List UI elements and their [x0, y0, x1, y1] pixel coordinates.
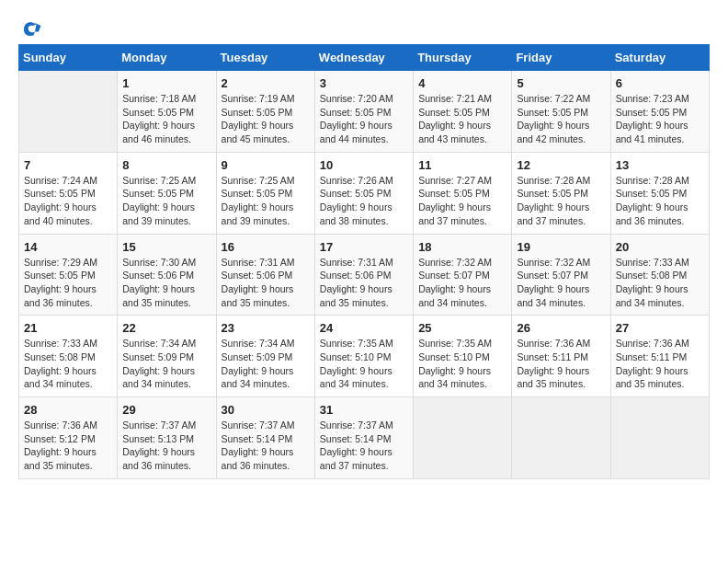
day-number: 24: [320, 321, 408, 335]
calendar-page: SundayMondayTuesdayWednesdayThursdayFrid…: [18, 18, 710, 479]
calendar-cell: 7Sunrise: 7:24 AMSunset: 5:05 PMDaylight…: [19, 152, 118, 234]
week-row-3: 21Sunrise: 7:33 AMSunset: 5:08 PMDayligh…: [19, 316, 710, 397]
calendar-cell: 12Sunrise: 7:28 AMSunset: 5:05 PMDayligh…: [512, 152, 610, 234]
weekday-header-saturday: Saturday: [610, 45, 709, 71]
calendar-cell: 8Sunrise: 7:25 AMSunset: 5:05 PMDaylight…: [118, 152, 216, 234]
day-number: 29: [122, 403, 210, 417]
weekday-header-tuesday: Tuesday: [216, 45, 314, 71]
calendar-cell: 22Sunrise: 7:34 AMSunset: 5:09 PMDayligh…: [118, 316, 216, 397]
day-info: Sunrise: 7:37 AMSunset: 5:13 PMDaylight:…: [122, 419, 210, 473]
day-number: 22: [122, 321, 210, 335]
day-number: 19: [517, 240, 605, 254]
calendar-cell: 29Sunrise: 7:37 AMSunset: 5:13 PMDayligh…: [118, 397, 216, 479]
calendar-cell: [414, 397, 512, 479]
calendar-cell: 25Sunrise: 7:35 AMSunset: 5:10 PMDayligh…: [414, 316, 512, 397]
day-info: Sunrise: 7:23 AMSunset: 5:05 PMDaylight:…: [616, 92, 704, 146]
calendar-cell: 5Sunrise: 7:22 AMSunset: 5:05 PMDaylight…: [512, 71, 610, 153]
calendar-cell: 26Sunrise: 7:36 AMSunset: 5:11 PMDayligh…: [512, 316, 610, 397]
day-number: 4: [418, 76, 506, 90]
day-number: 12: [517, 158, 605, 172]
day-number: 21: [24, 321, 112, 335]
calendar-cell: 23Sunrise: 7:34 AMSunset: 5:09 PMDayligh…: [216, 316, 314, 397]
calendar-cell: 16Sunrise: 7:31 AMSunset: 5:06 PMDayligh…: [216, 234, 314, 316]
day-number: 11: [418, 158, 506, 172]
day-info: Sunrise: 7:28 AMSunset: 5:05 PMDaylight:…: [616, 174, 704, 228]
day-number: 2: [222, 76, 310, 90]
day-number: 18: [418, 240, 506, 254]
day-info: Sunrise: 7:32 AMSunset: 5:07 PMDaylight:…: [517, 256, 605, 310]
weekday-header-sunday: Sunday: [19, 45, 118, 71]
day-info: Sunrise: 7:28 AMSunset: 5:05 PMDaylight:…: [517, 174, 605, 228]
day-number: 9: [222, 158, 310, 172]
week-row-0: 1Sunrise: 7:18 AMSunset: 5:05 PMDaylight…: [19, 71, 710, 153]
calendar-cell: 6Sunrise: 7:23 AMSunset: 5:05 PMDaylight…: [610, 71, 709, 153]
day-info: Sunrise: 7:34 AMSunset: 5:09 PMDaylight:…: [122, 337, 210, 391]
calendar-cell: 10Sunrise: 7:26 AMSunset: 5:05 PMDayligh…: [314, 152, 413, 234]
day-number: 7: [24, 158, 112, 172]
day-info: Sunrise: 7:36 AMSunset: 5:12 PMDaylight:…: [24, 419, 112, 473]
day-info: Sunrise: 7:24 AMSunset: 5:05 PMDaylight:…: [24, 174, 112, 228]
day-info: Sunrise: 7:36 AMSunset: 5:11 PMDaylight:…: [616, 337, 704, 391]
day-info: Sunrise: 7:31 AMSunset: 5:06 PMDaylight:…: [320, 256, 408, 310]
day-info: Sunrise: 7:21 AMSunset: 5:05 PMDaylight:…: [418, 92, 506, 146]
day-number: 23: [222, 321, 310, 335]
week-row-2: 14Sunrise: 7:29 AMSunset: 5:05 PMDayligh…: [19, 234, 710, 316]
day-number: 6: [616, 76, 704, 90]
day-number: 27: [616, 321, 704, 335]
day-number: 13: [616, 158, 704, 172]
day-info: Sunrise: 7:33 AMSunset: 5:08 PMDaylight:…: [24, 337, 112, 391]
day-info: Sunrise: 7:30 AMSunset: 5:06 PMDaylight:…: [122, 256, 210, 310]
day-info: Sunrise: 7:37 AMSunset: 5:14 PMDaylight:…: [222, 419, 310, 473]
calendar-cell: 1Sunrise: 7:18 AMSunset: 5:05 PMDaylight…: [118, 71, 216, 153]
day-number: 31: [320, 403, 408, 417]
weekday-header-monday: Monday: [118, 45, 216, 71]
calendar-cell: [512, 397, 610, 479]
calendar-cell: [19, 71, 118, 153]
calendar-cell: 2Sunrise: 7:19 AMSunset: 5:05 PMDaylight…: [216, 71, 314, 153]
calendar-table: SundayMondayTuesdayWednesdayThursdayFrid…: [18, 44, 710, 479]
day-info: Sunrise: 7:25 AMSunset: 5:05 PMDaylight:…: [222, 174, 310, 228]
day-number: 5: [517, 76, 605, 90]
day-info: Sunrise: 7:37 AMSunset: 5:14 PMDaylight:…: [320, 419, 408, 473]
day-number: 20: [616, 240, 704, 254]
day-number: 25: [418, 321, 506, 335]
calendar-cell: 24Sunrise: 7:35 AMSunset: 5:10 PMDayligh…: [314, 316, 413, 397]
calendar-cell: 18Sunrise: 7:32 AMSunset: 5:07 PMDayligh…: [414, 234, 512, 316]
header: [18, 18, 710, 40]
week-row-4: 28Sunrise: 7:36 AMSunset: 5:12 PMDayligh…: [19, 397, 710, 479]
day-number: 15: [122, 240, 210, 254]
day-info: Sunrise: 7:27 AMSunset: 5:05 PMDaylight:…: [418, 174, 506, 228]
day-info: Sunrise: 7:32 AMSunset: 5:07 PMDaylight:…: [418, 256, 506, 310]
calendar-cell: 4Sunrise: 7:21 AMSunset: 5:05 PMDaylight…: [414, 71, 512, 153]
day-info: Sunrise: 7:29 AMSunset: 5:05 PMDaylight:…: [24, 256, 112, 310]
calendar-cell: 31Sunrise: 7:37 AMSunset: 5:14 PMDayligh…: [314, 397, 413, 479]
day-number: 8: [122, 158, 210, 172]
day-info: Sunrise: 7:18 AMSunset: 5:05 PMDaylight:…: [122, 92, 210, 146]
week-row-1: 7Sunrise: 7:24 AMSunset: 5:05 PMDaylight…: [19, 152, 710, 234]
day-number: 26: [517, 321, 605, 335]
day-info: Sunrise: 7:35 AMSunset: 5:10 PMDaylight:…: [320, 337, 408, 391]
day-number: 14: [24, 240, 112, 254]
calendar-cell: 28Sunrise: 7:36 AMSunset: 5:12 PMDayligh…: [19, 397, 118, 479]
calendar-cell: 27Sunrise: 7:36 AMSunset: 5:11 PMDayligh…: [610, 316, 709, 397]
day-number: 16: [222, 240, 310, 254]
calendar-cell: 3Sunrise: 7:20 AMSunset: 5:05 PMDaylight…: [314, 71, 413, 153]
day-number: 30: [222, 403, 310, 417]
calendar-cell: 17Sunrise: 7:31 AMSunset: 5:06 PMDayligh…: [314, 234, 413, 316]
day-info: Sunrise: 7:33 AMSunset: 5:08 PMDaylight:…: [616, 256, 704, 310]
day-number: 17: [320, 240, 408, 254]
day-info: Sunrise: 7:34 AMSunset: 5:09 PMDaylight:…: [222, 337, 310, 391]
day-number: 10: [320, 158, 408, 172]
day-info: Sunrise: 7:35 AMSunset: 5:10 PMDaylight:…: [418, 337, 506, 391]
day-info: Sunrise: 7:36 AMSunset: 5:11 PMDaylight:…: [517, 337, 605, 391]
day-info: Sunrise: 7:26 AMSunset: 5:05 PMDaylight:…: [320, 174, 408, 228]
day-info: Sunrise: 7:20 AMSunset: 5:05 PMDaylight:…: [320, 92, 408, 146]
calendar-cell: 19Sunrise: 7:32 AMSunset: 5:07 PMDayligh…: [512, 234, 610, 316]
calendar-cell: [610, 397, 709, 479]
day-number: 28: [24, 403, 112, 417]
calendar-cell: 20Sunrise: 7:33 AMSunset: 5:08 PMDayligh…: [610, 234, 709, 316]
day-info: Sunrise: 7:25 AMSunset: 5:05 PMDaylight:…: [122, 174, 210, 228]
day-info: Sunrise: 7:22 AMSunset: 5:05 PMDaylight:…: [517, 92, 605, 146]
logo-icon: [20, 18, 42, 40]
weekday-header-row: SundayMondayTuesdayWednesdayThursdayFrid…: [19, 45, 710, 71]
